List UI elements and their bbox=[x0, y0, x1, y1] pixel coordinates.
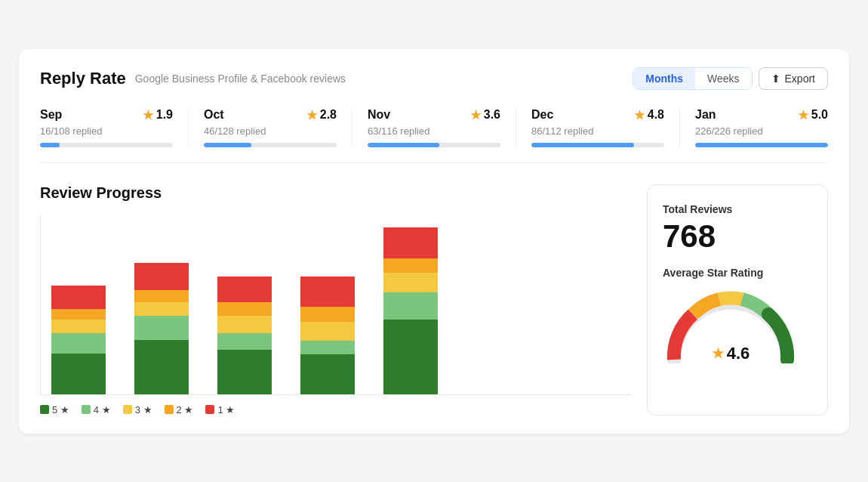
star-icon-1: ★ bbox=[306, 108, 317, 122]
stat-month-3: Dec bbox=[531, 108, 553, 122]
bar-segment-five-1 bbox=[134, 340, 189, 394]
legend-label-0: 5 ★ bbox=[52, 404, 69, 416]
bar-segment-four-3 bbox=[300, 341, 355, 354]
stat-replied-1: 46/128 replied bbox=[204, 125, 337, 137]
legend-dot-2 bbox=[123, 405, 132, 414]
legend-item-0: 5 ★ bbox=[40, 404, 69, 416]
chart-title: Review Progress bbox=[40, 184, 632, 202]
stat-month-4: Jan bbox=[695, 108, 716, 122]
header-controls: Months Weeks ⬆ Export bbox=[633, 67, 828, 90]
star-icon-3: ★ bbox=[634, 108, 645, 122]
legend-item-2: 3 ★ bbox=[123, 404, 152, 416]
progress-bar-bg-3 bbox=[531, 143, 664, 147]
page-title: Reply Rate bbox=[40, 69, 126, 88]
weeks-button[interactable]: Weeks bbox=[695, 68, 752, 89]
stat-rating-3: ★ 4.8 bbox=[634, 108, 664, 122]
stat-header-0: Sep ★ 1.9 bbox=[40, 108, 173, 122]
progress-bar-fill-2 bbox=[368, 143, 439, 147]
total-reviews-number: 768 bbox=[663, 218, 716, 255]
bar-segment-two-3 bbox=[300, 307, 355, 322]
bar-segment-two-2 bbox=[217, 302, 272, 316]
progress-bar-bg-2 bbox=[368, 143, 500, 147]
total-reviews-label: Total Reviews bbox=[663, 203, 732, 215]
export-label: Export bbox=[785, 73, 815, 85]
bar-segment-two-4 bbox=[383, 258, 438, 273]
stat-month-1: Oct bbox=[204, 108, 224, 122]
legend-item-1: 4 ★ bbox=[82, 404, 111, 416]
legend-label-3: 2 ★ bbox=[177, 404, 194, 416]
progress-bar-bg-4 bbox=[695, 143, 828, 147]
bar-segment-one-0 bbox=[51, 286, 106, 310]
legend-label-1: 4 ★ bbox=[94, 404, 111, 416]
chart-section: Review Progress 5 ★ 4 ★ 3 ★ 2 ★ 1 ★ bbox=[40, 184, 632, 416]
stat-rating-2: ★ 3.6 bbox=[470, 108, 500, 122]
progress-bar-fill-3 bbox=[531, 143, 634, 147]
bottom-section: Review Progress 5 ★ 4 ★ 3 ★ 2 ★ 1 ★ Tota… bbox=[40, 184, 828, 416]
legend-label-2: 3 ★ bbox=[135, 404, 152, 416]
stat-header-1: Oct ★ 2.8 bbox=[204, 108, 337, 122]
header-subtitle: Google Business Profile & Facebook revie… bbox=[135, 73, 633, 85]
star-icon-0: ★ bbox=[143, 108, 153, 122]
star-icon-2: ★ bbox=[470, 108, 481, 122]
bar-group-2 bbox=[214, 277, 275, 394]
bar-segment-one-2 bbox=[217, 277, 272, 302]
star-icon-4: ★ bbox=[798, 108, 808, 122]
bar-segment-three-0 bbox=[51, 320, 106, 333]
bar-segment-five-3 bbox=[300, 354, 355, 394]
avg-rating-value: 4.6 bbox=[727, 344, 750, 363]
stat-month-2: Nov bbox=[368, 108, 390, 122]
stat-item: Sep ★ 1.9 16/108 replied bbox=[40, 108, 189, 147]
stat-item: Nov ★ 3.6 63/116 replied bbox=[368, 108, 516, 147]
gauge-container: ★ 4.6 bbox=[663, 288, 799, 363]
bar-segment-one-3 bbox=[300, 277, 355, 307]
bar-segment-four-0 bbox=[51, 333, 106, 354]
gauge-value: ★ 4.6 bbox=[712, 344, 750, 363]
stat-item: Dec ★ 4.8 86/112 replied bbox=[531, 108, 680, 147]
bar-group-1 bbox=[131, 263, 192, 394]
stat-replied-3: 86/112 replied bbox=[531, 125, 664, 137]
bar-group-3 bbox=[297, 277, 358, 394]
stats-row: Sep ★ 1.9 16/108 replied Oct ★ 2.8 46/12… bbox=[40, 108, 828, 163]
legend-dot-1 bbox=[82, 405, 91, 414]
bar-group-0 bbox=[48, 286, 109, 394]
stat-item: Oct ★ 2.8 46/128 replied bbox=[204, 108, 352, 147]
bar-segment-one-4 bbox=[383, 227, 438, 258]
legend-dot-4 bbox=[205, 405, 214, 414]
right-panel: Total Reviews 768 Average Star Rating bbox=[647, 184, 828, 416]
stat-replied-0: 16/108 replied bbox=[40, 125, 173, 137]
months-button[interactable]: Months bbox=[633, 68, 695, 89]
stat-header-3: Dec ★ 4.8 bbox=[531, 108, 664, 122]
stat-replied-4: 226/226 replied bbox=[695, 125, 828, 137]
time-toggle: Months Weeks bbox=[633, 67, 752, 90]
export-icon: ⬆ bbox=[771, 73, 780, 85]
header: Reply Rate Google Business Profile & Fac… bbox=[40, 67, 828, 90]
stat-rating-1: ★ 2.8 bbox=[306, 108, 337, 122]
stat-header-2: Nov ★ 3.6 bbox=[368, 108, 500, 122]
stat-header-4: Jan ★ 5.0 bbox=[695, 108, 828, 122]
bar-segment-five-4 bbox=[383, 320, 438, 394]
bar-segment-four-1 bbox=[134, 316, 189, 340]
avg-rating-label: Average Star Rating bbox=[663, 267, 763, 279]
bar-segment-four-4 bbox=[383, 292, 438, 320]
stat-rating-0: ★ 1.9 bbox=[143, 108, 173, 122]
bar-segment-three-1 bbox=[134, 302, 189, 316]
bar-segment-two-1 bbox=[134, 290, 189, 302]
bar-segment-three-2 bbox=[217, 316, 272, 333]
stat-month-0: Sep bbox=[40, 108, 62, 122]
progress-bar-fill-4 bbox=[695, 143, 828, 147]
legend-label-4: 1 ★ bbox=[217, 404, 235, 416]
bar-segment-two-0 bbox=[51, 309, 106, 320]
chart-area bbox=[40, 214, 632, 395]
export-button[interactable]: ⬆ Export bbox=[759, 67, 828, 90]
bar-segment-five-0 bbox=[51, 354, 106, 394]
progress-bar-fill-1 bbox=[204, 143, 251, 147]
progress-bar-bg-1 bbox=[204, 143, 337, 147]
stat-replied-2: 63/116 replied bbox=[368, 125, 500, 137]
bar-segment-five-2 bbox=[217, 350, 272, 394]
gauge-star-icon: ★ bbox=[712, 345, 724, 362]
bar-segment-three-4 bbox=[383, 273, 438, 292]
stat-item: Jan ★ 5.0 226/226 replied bbox=[695, 108, 828, 147]
chart-legend: 5 ★ 4 ★ 3 ★ 2 ★ 1 ★ bbox=[40, 404, 632, 416]
bar-segment-four-2 bbox=[217, 333, 272, 351]
legend-item-4: 1 ★ bbox=[205, 404, 235, 416]
